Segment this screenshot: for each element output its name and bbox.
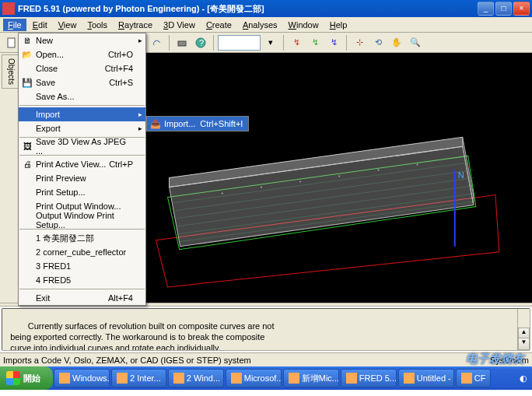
menu-mru-4[interactable]: 4 FRED5 — [19, 273, 145, 287]
system-tray[interactable]: ◐ — [515, 373, 532, 384]
redo-icon — [151, 37, 162, 48]
task-item[interactable]: 2 Inter... — [111, 369, 166, 387]
menu-mru-1[interactable]: 1 奇美開發二部 — [19, 231, 145, 245]
menu-mru-3[interactable]: 3 FRED1 — [19, 259, 145, 273]
menu-printact-label: Print Active View... — [36, 159, 106, 169]
menu-separator — [19, 105, 145, 106]
menu-help[interactable]: Help — [325, 19, 352, 31]
console-scrollbar[interactable]: ▲ ▼ — [517, 309, 530, 350]
toolbar-separator — [346, 35, 347, 51]
task-item[interactable]: Windows... — [54, 369, 110, 387]
help-icon: ? — [195, 37, 206, 48]
menu-separator — [19, 289, 145, 289]
axis-button[interactable]: ⊹ — [351, 34, 368, 51]
menu-analyses[interactable]: Analyses — [238, 19, 282, 31]
menu-owps-label: Output Window Print Setup... — [36, 211, 133, 230]
toolbar-combo[interactable] — [218, 35, 261, 51]
trace-button-2[interactable]: ↯ — [306, 34, 324, 51]
menu-preview-label: Print Preview — [36, 173, 86, 183]
task-item[interactable]: CF — [456, 369, 492, 387]
trace-button-1[interactable]: ↯ — [288, 34, 305, 51]
minimize-button[interactable]: _ — [478, 2, 494, 16]
start-label: 開始 — [23, 373, 40, 384]
ray-icon: ↯ — [312, 37, 319, 47]
menu-edit[interactable]: Edit — [28, 19, 52, 31]
task-item[interactable]: 2 Wind... — [168, 369, 224, 387]
windows-logo-icon — [6, 371, 20, 385]
menu-exit[interactable]: ExitAlt+F4 — [19, 291, 145, 305]
menu-window[interactable]: Window — [284, 19, 324, 31]
task-icon — [173, 373, 184, 384]
pan-button[interactable]: ✋ — [388, 34, 405, 51]
menu-export[interactable]: Export▸ — [19, 121, 145, 135]
statusbar: Imports a Code V, Oslo, ZEMAX, or CAD (I… — [0, 352, 532, 366]
zoom-button[interactable]: 🔍 — [407, 34, 424, 51]
svg-point-24 — [377, 169, 379, 170]
close-button[interactable]: × — [513, 2, 530, 16]
menu-open-shortcut: Ctrl+O — [108, 50, 133, 59]
menu-save-3d-jpeg[interactable]: 🖼Save 3D View As JPEG ... — [19, 139, 145, 153]
menu-mru3-label: 3 FRED1 — [36, 261, 71, 271]
axis-icon: ⊹ — [356, 37, 363, 47]
trace-button-3[interactable]: ↯ — [325, 34, 342, 51]
rotate-button[interactable]: ⟲ — [369, 34, 387, 51]
menu-mru-2[interactable]: 2 corner_cube_reflector — [19, 245, 145, 259]
file-menu-dropdown: 🗎New▸ 📂Open...Ctrl+O CloseCtrl+F4 💾SaveC… — [18, 33, 146, 306]
help-button[interactable]: ? — [192, 34, 209, 51]
menu-print-preview[interactable]: Print Preview — [19, 171, 145, 185]
menu-import[interactable]: Import▸ — [19, 107, 145, 121]
task-icon — [289, 373, 299, 384]
task-item[interactable]: Microsof... — [226, 369, 282, 387]
submenu-arrow-icon: ▸ — [138, 124, 142, 132]
menu-save[interactable]: 💾SaveCtrl+S — [19, 75, 145, 89]
task-item[interactable]: FRED 5... — [341, 369, 397, 387]
menu-3dview[interactable]: 3D View — [159, 19, 200, 31]
ray-icon: ↯ — [293, 37, 300, 47]
menu-new[interactable]: 🗎New▸ — [19, 33, 145, 47]
svg-rect-6 — [178, 41, 186, 46]
task-label: FRED 5... — [359, 373, 397, 383]
menu-print-active[interactable]: 🖨Print Active View...Ctrl+P — [19, 157, 145, 171]
redo-button[interactable] — [148, 34, 165, 51]
menu-view[interactable]: View — [54, 19, 82, 31]
output-console[interactable]: Currently surfaces of revolution built o… — [2, 308, 530, 351]
menu-mru2-label: 2 corner_cube_reflector — [36, 247, 126, 257]
status-right: SysUnit:m — [490, 356, 529, 365]
start-button[interactable]: 開始 — [0, 366, 53, 390]
submenu-arrow-icon: ▸ — [138, 37, 142, 44]
menu-raytrace[interactable]: Raytrace — [114, 19, 157, 31]
toolbar-separator — [169, 35, 170, 51]
status-sysunit-label: SysUnit: — [490, 356, 522, 365]
menu-mru4-label: 4 FRED5 — [36, 275, 71, 285]
tray-icon[interactable]: ◐ — [520, 373, 527, 384]
print-button[interactable] — [173, 34, 191, 51]
scroll-down-button[interactable]: ▼ — [518, 338, 530, 350]
app-icon — [2, 2, 15, 15]
menu-create[interactable]: Create — [201, 19, 236, 31]
menu-save-as[interactable]: Save As... — [19, 89, 145, 103]
submenu-import-shortcut: Ctrl+Shift+I — [200, 119, 243, 128]
menu-poutput-label: Print Output Window... — [36, 202, 121, 211]
menu-tools[interactable]: Tools — [82, 19, 112, 31]
menu-file[interactable]: File — [3, 19, 26, 31]
toolbar-separator — [213, 35, 214, 51]
menu-close-label: Close — [36, 64, 58, 73]
svg-point-22 — [299, 181, 301, 183]
menu-mru1-label: 1 奇美開發二部 — [36, 233, 94, 244]
dropdown-arrow-button[interactable]: ▾ — [262, 34, 279, 51]
titlebar: FRED 5.91 (powered by Photon Engineering… — [0, 0, 532, 17]
submenu-import-item[interactable]: 📥 Import... Ctrl+Shift+I — [147, 117, 248, 131]
print-icon: 🖨 — [21, 158, 33, 170]
menu-open-label: Open... — [36, 50, 64, 59]
import-submenu: 📥 Import... Ctrl+Shift+I — [146, 116, 249, 131]
menu-output-print-setup[interactable]: Output Window Print Setup... — [19, 213, 145, 227]
menu-close[interactable]: CloseCtrl+F4 — [19, 61, 145, 75]
menu-print-setup[interactable]: Print Setup... — [19, 185, 145, 199]
maximize-button[interactable]: □ — [495, 2, 512, 16]
menu-exit-label: Exit — [36, 293, 50, 303]
task-item[interactable]: 新增Mic... — [283, 369, 339, 387]
task-item[interactable]: Untitled - ... — [398, 369, 454, 387]
titlebar-text: FRED 5.91 (powered by Photon Engineering… — [18, 3, 478, 15]
svg-text:?: ? — [199, 38, 204, 47]
menu-open[interactable]: 📂Open...Ctrl+O — [19, 47, 145, 61]
